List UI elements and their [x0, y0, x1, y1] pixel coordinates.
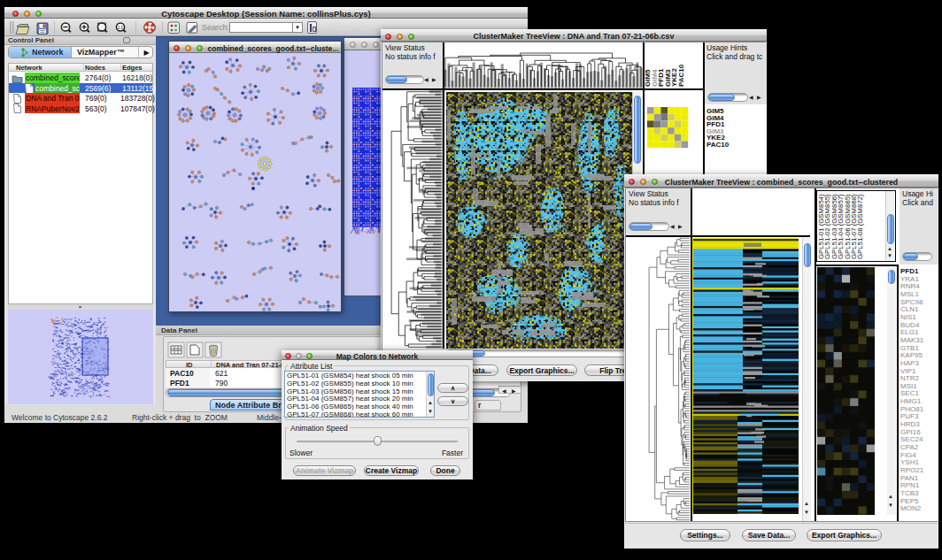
svg-text:PAC10: PAC10 — [677, 64, 685, 87]
svg-text:GPL51-08 (GSM872): GPL51-08 (GSM872) — [856, 194, 864, 259]
svg-text:1:1: 1:1 — [118, 26, 124, 30]
